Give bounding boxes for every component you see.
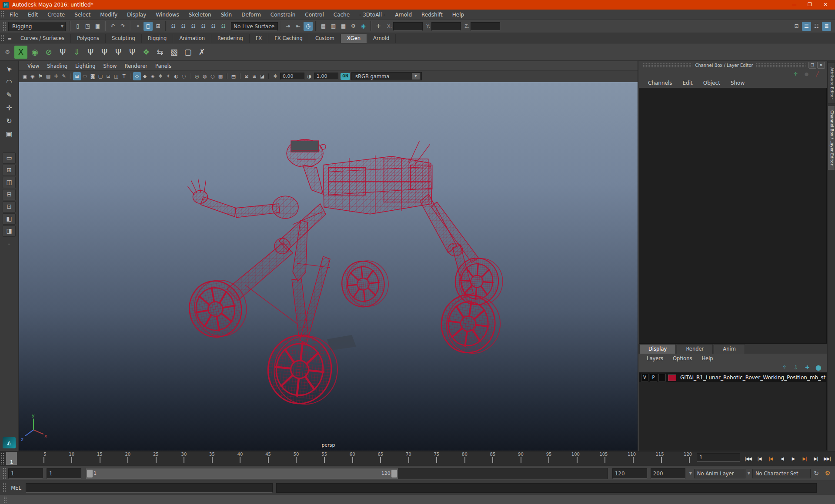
channel-menu-channels[interactable]: Channels xyxy=(643,80,678,86)
minimize-button[interactable]: — xyxy=(788,1,801,9)
layer-tab-render[interactable]: Render xyxy=(677,344,713,354)
channel-box-toggle-icon[interactable]: ≣ xyxy=(822,22,831,31)
xray-active-icon[interactable]: ⊞ xyxy=(250,72,258,80)
new-scene-icon[interactable]: ▯ xyxy=(73,22,82,31)
shelf-tab-xgen[interactable]: XGen xyxy=(341,34,367,43)
shelf-grip[interactable] xyxy=(1,34,4,42)
xgen-width-tool-icon[interactable]: ⇆ xyxy=(154,46,167,59)
animation-preferences-button[interactable]: ⚙ xyxy=(822,469,833,478)
viewport-menu-renderer[interactable]: Renderer xyxy=(121,63,152,69)
help-grip[interactable] xyxy=(3,496,7,503)
menu-create[interactable]: Create xyxy=(43,10,70,20)
wireframe-icon[interactable]: ◇ xyxy=(133,72,141,80)
rotate-tool[interactable]: ↻ xyxy=(3,115,16,128)
step-forward-key-button[interactable]: ▶| xyxy=(799,454,810,464)
command-input[interactable] xyxy=(26,483,273,493)
select-camera-icon[interactable]: ▣ xyxy=(21,72,29,80)
select-by-hierarchy-icon[interactable]: ⌖ xyxy=(134,22,143,31)
y-input[interactable] xyxy=(431,22,461,31)
xgen-region-mask-icon[interactable]: ▢ xyxy=(181,46,194,59)
paint-select-tool[interactable]: ✎ xyxy=(3,89,16,102)
x-input[interactable] xyxy=(393,22,423,31)
scale-tool[interactable]: ▣ xyxy=(3,128,16,141)
safe-action-icon[interactable]: ◫ xyxy=(112,72,120,80)
layer-display-type-toggle[interactable] xyxy=(658,374,666,381)
save-scene-icon[interactable]: ▣ xyxy=(93,22,102,31)
safe-title-icon[interactable]: T xyxy=(120,72,128,80)
menu-deform[interactable]: Deform xyxy=(237,10,266,20)
side-tab-channel-box[interactable]: Channel Box / Layer Editor xyxy=(828,106,835,170)
select-by-component-icon[interactable]: ⊞ xyxy=(154,22,163,31)
redo-icon[interactable]: ↷ xyxy=(118,22,127,31)
shelf-tab-fx[interactable]: FX xyxy=(250,34,269,43)
field-chart-icon[interactable]: ⊡ xyxy=(104,72,112,80)
snap-to-curve-icon[interactable]: Ω xyxy=(179,22,188,31)
go-to-end-button[interactable]: ▶▶| xyxy=(822,454,832,464)
camera-attributes-icon[interactable]: ⚑ xyxy=(37,72,44,80)
viewport-menu-show[interactable]: Show xyxy=(100,63,121,69)
current-frame-marker[interactable]: 1 xyxy=(6,452,17,465)
shelf-gear-icon[interactable]: ⚙ xyxy=(1,49,14,55)
snap-to-projected-center-icon[interactable]: Ω xyxy=(199,22,208,31)
menu-set-selector[interactable]: Rigging ▼ xyxy=(8,22,66,31)
layer-menu-options[interactable]: Options xyxy=(668,355,697,361)
menu-file[interactable]: File xyxy=(5,10,23,20)
character-set-selector[interactable]: No Character Set xyxy=(752,469,811,478)
four-pane-layout-button[interactable]: ⊞ xyxy=(3,165,16,176)
menu-windows[interactable]: Windows xyxy=(151,10,184,20)
toolbar-grip[interactable] xyxy=(3,21,6,31)
channel-menu-edit[interactable]: Edit xyxy=(678,80,698,86)
xgen-select-brush-icon[interactable]: ▧ xyxy=(167,46,180,59)
xgen-update-layers-icon[interactable]: ❖ xyxy=(140,46,153,59)
animation-start-field[interactable]: 1 xyxy=(8,468,43,479)
range-start-handle[interactable] xyxy=(87,470,93,477)
exposure-field[interactable]: 0.00 xyxy=(280,73,304,80)
go-to-start-button[interactable]: |◀◀ xyxy=(743,454,753,464)
restore-button[interactable]: ❐ xyxy=(803,1,816,9)
shelf-tab-animation[interactable]: Animation xyxy=(173,34,211,43)
color-management-toggle[interactable]: ON xyxy=(341,73,350,80)
chevron-down-icon[interactable]: ▼ xyxy=(687,471,694,475)
open-scene-icon[interactable]: ◳ xyxy=(83,22,92,31)
more-layouts-button[interactable]: - xyxy=(3,237,16,250)
command-grip[interactable] xyxy=(3,482,6,493)
resolution-gate-icon[interactable]: ◙ xyxy=(89,72,97,80)
menu-3dtoall[interactable]: - 3DtoAll - xyxy=(354,10,390,20)
layer-color-swatch[interactable] xyxy=(668,375,676,381)
depth-of-field-icon[interactable]: ○ xyxy=(209,72,217,80)
gate-mask-icon[interactable]: ▢ xyxy=(97,72,104,80)
channel-box-header[interactable]: Channel Box / Layer Editor ❐ ✕ xyxy=(638,61,827,70)
playback-range[interactable]: 1 120 xyxy=(86,468,398,479)
xgen-create-description-icon[interactable]: Ψ xyxy=(56,46,69,59)
menu-edit[interactable]: Edit xyxy=(23,10,43,20)
persp-uv-layout-button[interactable]: ◧ xyxy=(3,213,16,225)
absolute-transform-icon[interactable]: ✛ xyxy=(374,22,383,31)
exposure-icon[interactable]: ❋ xyxy=(271,72,279,80)
layer-tab-display[interactable]: Display xyxy=(639,344,676,354)
auto-keyframe-toggle[interactable]: ↻ xyxy=(811,469,822,478)
shelf-tab-rigging[interactable]: Rigging xyxy=(142,34,174,43)
outliner-toggle-icon[interactable]: ⊡ xyxy=(792,22,801,31)
shelf-menu-icon[interactable]: ▬ xyxy=(5,34,14,43)
float-panel-icon[interactable]: ❐ xyxy=(808,62,816,69)
playback-end-field[interactable]: 120 xyxy=(612,468,647,479)
hypershade-icon[interactable]: ◉ xyxy=(359,22,368,31)
current-frame-field[interactable]: 1 xyxy=(697,453,740,462)
persp-graph-layout-button[interactable]: ⊟ xyxy=(3,189,16,200)
xgen-editor-icon[interactable]: X xyxy=(14,46,27,59)
screen-space-ao-icon[interactable]: ◌ xyxy=(180,72,188,80)
single-pane-layout-button[interactable]: ▭ xyxy=(3,153,16,164)
step-back-frame-button[interactable]: |◀ xyxy=(754,454,765,464)
make-live-icon[interactable]: Ω xyxy=(219,22,228,31)
image-plane-icon[interactable]: ✛ xyxy=(52,72,60,80)
menu-modify[interactable]: Modify xyxy=(95,10,122,20)
viewport-canvas[interactable]: y x z persp xyxy=(19,82,638,451)
motion-blur-icon[interactable]: ◎ xyxy=(193,72,201,80)
use-all-lights-icon[interactable]: ☀ xyxy=(164,72,172,80)
viewport-menu-panels[interactable]: Panels xyxy=(151,63,175,69)
grease-pencil-icon[interactable]: ✎ xyxy=(60,72,68,80)
channel-menu-show[interactable]: Show xyxy=(725,80,750,86)
menu-arnold[interactable]: Arnold xyxy=(390,10,417,20)
wireframe-on-shaded-icon[interactable]: ◈ xyxy=(149,72,157,80)
animation-end-field[interactable]: 200 xyxy=(651,468,685,479)
